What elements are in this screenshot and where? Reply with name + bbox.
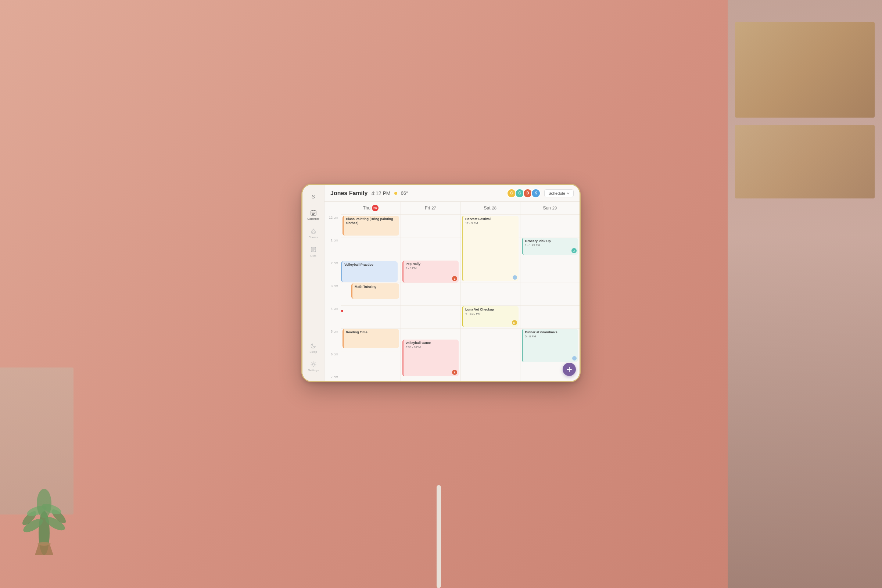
- sidebar-item-calendar[interactable]: Calendar: [304, 207, 323, 224]
- event-avatar: E: [452, 276, 457, 281]
- event-time: 12 - 3 PM: [465, 222, 516, 225]
- events-scroll: Class Painting (Bring painting clothes) …: [341, 214, 579, 381]
- event-time: 5 - 8 PM: [525, 335, 576, 338]
- event-dinner-grandmas[interactable]: Dinner at Grandma's 5 - 8 PM: [522, 329, 579, 362]
- day-thu: Thu 26: [341, 202, 401, 214]
- day-sun: Sun 29: [520, 202, 580, 214]
- sidebar-logo: S: [308, 191, 320, 202]
- time-1pm: 1 pm: [324, 237, 341, 260]
- event-title: Volleyball Practice: [344, 263, 395, 267]
- time-3pm: 3 pm: [324, 283, 341, 305]
- event-title: Luna Vet Checkup: [465, 308, 516, 312]
- sidebar-item-chores[interactable]: Chores: [304, 225, 323, 242]
- day-col-thu: Class Painting (Bring painting clothes) …: [341, 214, 401, 381]
- sidebar-sleep-label: Sleep: [309, 351, 317, 354]
- today-badge: 26: [372, 205, 378, 212]
- event-luna-vet[interactable]: Luna Vet Checkup 4 - 5:30 PM M: [462, 306, 519, 327]
- event-volleyball-game[interactable]: Volleyball Game 5:30 - 8 PM E: [402, 340, 459, 376]
- days-area: Thu 26 Fri 27 Sat 28 Sun: [341, 202, 579, 381]
- avatar-group: C C D K: [507, 189, 541, 198]
- svg-rect-11: [313, 213, 314, 213]
- time-2pm: 2 pm: [324, 260, 341, 283]
- day-headers: Thu 26 Fri 27 Sat 28 Sun: [341, 202, 579, 214]
- event-title: Pep Rally: [406, 262, 457, 266]
- sidebar-calendar-label: Calendar: [307, 218, 319, 221]
- sleep-icon: [310, 343, 316, 350]
- schedule-label: Schedule: [548, 191, 565, 195]
- calendar-body: 12 pm 1 pm 2 pm 3 pm 4 pm 5 pm 6 pm 7 pm…: [324, 202, 579, 381]
- sidebar-settings-label: Settings: [308, 369, 319, 372]
- event-title: Grocery Pick Up: [525, 239, 576, 243]
- event-title: Volleyball Game: [406, 341, 457, 345]
- sidebar-item-lists[interactable]: Lists: [304, 244, 323, 261]
- time-4pm: 4 pm: [324, 305, 341, 328]
- screen: S Calendar: [303, 185, 579, 381]
- event-math-tutoring[interactable]: Math Tutoring: [351, 284, 399, 299]
- event-reading-time[interactable]: Reading Time: [342, 329, 399, 348]
- event-title: Harvest Festival: [465, 217, 516, 221]
- time-7pm: 7 pm: [324, 374, 341, 381]
- chores-icon: [310, 228, 316, 235]
- event-volleyball-practice[interactable]: Volleyball Practice: [341, 261, 398, 282]
- event-harvest-festival[interactable]: Harvest Festival 12 - 3 PM: [462, 216, 519, 281]
- svg-rect-13: [312, 214, 313, 214]
- event-pep-rally[interactable]: Pep Rally 2 - 3 PM E: [402, 261, 459, 283]
- event-avatar: [513, 275, 517, 280]
- weather-sun-icon: [394, 192, 397, 195]
- sidebar: S Calendar: [303, 185, 324, 381]
- main-content: Jones Family 4:12 PM 66° C C D K Schedul…: [324, 185, 579, 381]
- time-indicator: [341, 310, 400, 312]
- day-col-sat: Harvest Festival 12 - 3 PM Luna Vet Chec…: [460, 214, 520, 381]
- svg-rect-10: [312, 213, 313, 213]
- event-title: Dinner at Grandma's: [525, 330, 576, 334]
- svg-point-8: [38, 542, 51, 546]
- day-col-fri: Pep Rally 2 - 3 PM E Volleyball Game 5:3…: [401, 214, 461, 381]
- event-avatar: [572, 356, 577, 360]
- event-title: Reading Time: [346, 330, 397, 334]
- sidebar-item-sleep[interactable]: Sleep: [304, 340, 323, 357]
- svg-point-16: [312, 363, 314, 365]
- day-sat: Sat 28: [460, 202, 520, 214]
- temperature: 66°: [401, 190, 408, 196]
- event-avatar: E: [452, 370, 457, 375]
- family-name: Jones Family: [330, 190, 368, 196]
- sidebar-lists-label: Lists: [310, 254, 316, 258]
- event-grocery-pickup[interactable]: Grocery Pick Up 1 - 1:45 PM J: [522, 238, 579, 255]
- avatar-k[interactable]: K: [531, 189, 541, 198]
- lists-icon: [310, 247, 316, 254]
- svg-rect-14: [313, 214, 314, 214]
- svg-point-7: [37, 489, 51, 518]
- time-column: 12 pm 1 pm 2 pm 3 pm 4 pm 5 pm 6 pm 7 pm: [324, 202, 341, 381]
- time-6pm: 6 pm: [324, 351, 341, 374]
- event-time: 4 - 5:30 PM: [465, 312, 516, 315]
- event-avatar: J: [572, 248, 577, 253]
- device-frame: S Calendar: [302, 184, 580, 382]
- event-avatar: M: [512, 320, 517, 325]
- event-time: 1 - 1:45 PM: [525, 244, 576, 247]
- time-12pm: 12 pm: [324, 214, 341, 237]
- event-class-painting[interactable]: Class Painting (Bring painting clothes): [342, 216, 399, 236]
- time-display: 4:12 PM: [371, 190, 390, 196]
- settings-icon: [310, 361, 316, 368]
- event-title: Class Painting (Bring painting clothes): [346, 217, 397, 225]
- header: Jones Family 4:12 PM 66° C C D K Schedul…: [324, 185, 579, 202]
- svg-rect-12: [314, 213, 315, 213]
- sidebar-chores-label: Chores: [309, 236, 318, 239]
- calendar-icon: [310, 210, 316, 217]
- day-fri: Fri 27: [401, 202, 461, 214]
- event-time: 2 - 3 PM: [406, 266, 457, 270]
- event-title: Math Tutoring: [355, 285, 397, 289]
- add-event-button[interactable]: [562, 363, 576, 376]
- time-5pm: 5 pm: [324, 328, 341, 351]
- schedule-button[interactable]: Schedule: [544, 189, 574, 197]
- day-col-sun: Grocery Pick Up 1 - 1:45 PM J Dinner at …: [520, 214, 580, 381]
- event-time: 5:30 - 8 PM: [406, 345, 457, 349]
- sidebar-item-settings[interactable]: Settings: [304, 358, 323, 375]
